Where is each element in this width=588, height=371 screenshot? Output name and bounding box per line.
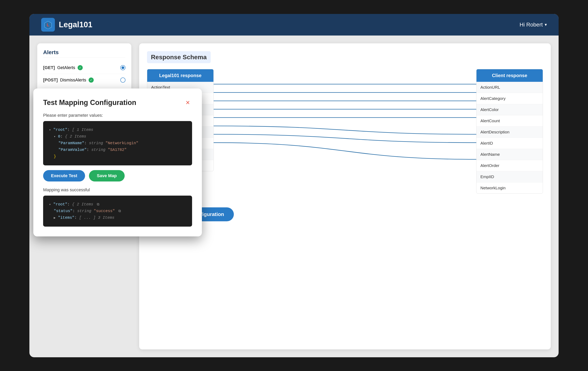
result-editor: ▾ "root": { 2 Items ⧉ "status": string "… <box>43 196 192 227</box>
copy-icon[interactable]: ⧉ <box>97 201 99 207</box>
modal-actions: Execute Test Save Map <box>43 170 192 182</box>
modal-header: Test Mapping Configuration × <box>43 98 192 107</box>
modal-close-button[interactable]: × <box>183 98 192 107</box>
save-map-button[interactable]: Save Map <box>89 170 125 182</box>
modal-overlay: Test Mapping Configuration × Please ente… <box>29 14 559 357</box>
app-container: L Legal101 Hi Robert Alerts [GET] GetAle… <box>29 14 559 357</box>
success-label: Mapping was successful <box>43 187 192 192</box>
copy-icon-status[interactable]: ⧉ <box>118 208 121 214</box>
modal-dialog: Test Mapping Configuration × Please ente… <box>33 88 202 236</box>
modal-title: Test Mapping Configuration <box>43 98 136 107</box>
code-input-editor[interactable]: ▾ "root": [ 1 Items ▾ 0: { 2 Items "Para… <box>43 121 192 165</box>
execute-test-button[interactable]: Execute Test <box>43 170 85 182</box>
modal-subtitle: Please enter parameter values: <box>43 113 192 118</box>
